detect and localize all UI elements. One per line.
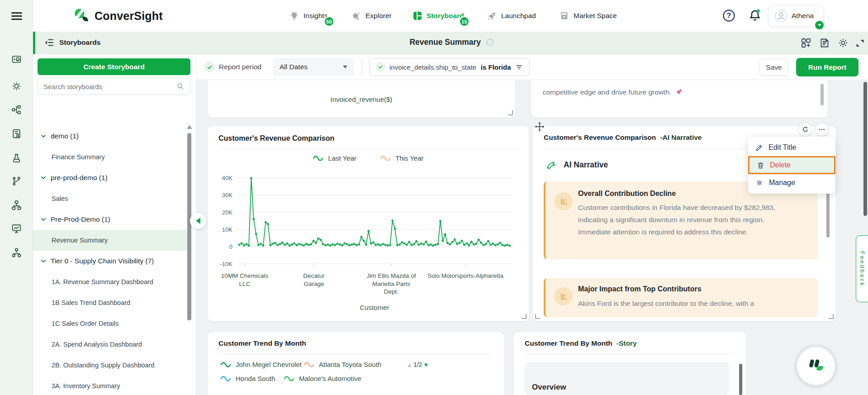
filter-chip-check-icon xyxy=(376,62,385,71)
report-period-value: All Dates xyxy=(280,63,308,71)
collapse-left-icon xyxy=(196,218,200,224)
invoiced-revenue-label: Invoiced_revenue($) xyxy=(208,95,515,103)
tree-group-tier0[interactable]: Tier 0 - Supply Chain Visibility (7) xyxy=(33,251,190,271)
drag-handle-icon[interactable] xyxy=(535,122,545,132)
widget-customer-trend-story[interactable]: Customer Trend By Month -Story Overview xyxy=(514,332,746,395)
narrative-peek-text: competitive edge and drive future growth… xyxy=(543,88,683,96)
page-down-icon[interactable]: ▼ xyxy=(423,362,429,368)
svg-text:-10K: -10K xyxy=(220,261,233,267)
filter-chip[interactable]: invoice_details.ship_to_state is Florida xyxy=(369,58,530,76)
search-box xyxy=(38,78,190,95)
insight-chart-icon xyxy=(560,292,568,301)
tree-item-2b-outstanding-supply[interactable]: 2B. Outstanding Supply Dashboard xyxy=(33,355,190,376)
legend-honda-south[interactable]: Honda South xyxy=(220,375,275,382)
add-widget-icon[interactable] xyxy=(801,38,811,48)
report-period-dropdown[interactable]: All Dates xyxy=(273,58,354,76)
menu-item-manage[interactable]: Manage xyxy=(748,174,835,191)
explorer-search-icon xyxy=(351,11,361,21)
story-scrollbar[interactable] xyxy=(739,364,742,395)
widget-invoiced-revenue[interactable]: Invoiced_revenue($) xyxy=(208,80,515,118)
lab-flask-icon[interactable] xyxy=(11,152,22,164)
page-title: Revenue Summary xyxy=(409,38,481,47)
notifications-bell-icon[interactable] xyxy=(748,8,762,23)
tree-item-3a-inventory-summary[interactable]: 3A. Inventory Summary xyxy=(33,376,190,395)
market-space-store-icon xyxy=(559,11,569,21)
create-storyboard-button[interactable]: Create Storyboard xyxy=(38,58,190,75)
help-icon[interactable]: ? xyxy=(722,9,736,23)
feedback-board-icon[interactable] xyxy=(11,54,22,65)
page-scrollbar[interactable] xyxy=(863,82,867,216)
storyboard-badge: 15 xyxy=(459,16,470,27)
nav-item-launchpad[interactable]: Launchpad xyxy=(487,0,536,32)
ai-narrative-icon xyxy=(545,159,557,171)
tree-item-1c-sales-order[interactable]: 1C Sales Order Details xyxy=(33,313,190,334)
settings-gear-icon[interactable] xyxy=(11,81,22,92)
revenue-comparison-chart[interactable]: 40K30K20K10K0-10K xyxy=(214,168,522,273)
widget-narrative-peek[interactable]: competitive edge and drive future growth… xyxy=(531,80,828,118)
notes-icon[interactable] xyxy=(819,38,830,48)
svg-text:0: 0 xyxy=(229,243,232,250)
presentation-chart-icon[interactable] xyxy=(11,223,22,234)
git-branch-icon[interactable] xyxy=(11,176,22,187)
workflow-nodes-icon[interactable] xyxy=(11,104,22,115)
widget-customer-trend[interactable]: Customer Trend By Month John Megel Chevr… xyxy=(208,332,504,395)
tree-group-demo[interactable]: demo (1) xyxy=(33,126,190,147)
tree-item-1b-sales-trend[interactable]: 1B Sales Trend Dashboard xyxy=(33,292,190,313)
filter-chip-condition: is Florida xyxy=(481,63,511,71)
page-up-icon[interactable]: ▲ xyxy=(407,362,413,368)
filter-chip-field: invoice_details.ship_to_state xyxy=(389,63,476,71)
search-input[interactable] xyxy=(43,83,176,90)
tree-group-pre-prod-demo-2[interactable]: Pre-Prod-Demo (1) xyxy=(33,209,190,230)
widget-revenue-comparison[interactable]: Customer's Revenue Comparison Last Year … xyxy=(208,126,529,321)
insights-badge: 50 xyxy=(324,16,334,27)
app-logo-text: ConverSight xyxy=(95,10,163,23)
nav-item-storyboard[interactable]: Storyboard 15 xyxy=(413,0,464,32)
app-logo[interactable]: ConverSight xyxy=(73,7,163,24)
hierarchy-icon[interactable] xyxy=(11,247,22,258)
tree-item-sales[interactable]: Sales xyxy=(33,188,190,209)
user-name: Athena xyxy=(792,12,814,20)
tree-group-pre-prod-demo[interactable]: pre-prod-demo (1) xyxy=(33,167,190,188)
hamburger-menu-icon[interactable] xyxy=(11,12,22,20)
insight-chart-icon xyxy=(560,197,568,206)
legend-last-year[interactable]: Last Year xyxy=(313,154,356,162)
tree-item-revenue-summary-selected[interactable]: Revenue Summary xyxy=(33,230,190,251)
info-icon[interactable]: i xyxy=(486,38,494,46)
nav-item-insights[interactable]: Insights 50 xyxy=(289,0,327,32)
svg-text:i: i xyxy=(489,40,491,45)
legend-this-year[interactable]: This Year xyxy=(380,154,424,162)
narrative-peek-scrollbar[interactable] xyxy=(821,84,824,105)
sidebar-collapse-handle[interactable] xyxy=(190,213,206,229)
tree-scroll-up-icon[interactable] xyxy=(187,125,192,129)
feedback-tab[interactable]: Feedback xyxy=(856,235,868,302)
legend-malones-automotive[interactable]: Malone's Automotive xyxy=(284,375,361,382)
run-report-button[interactable]: Run Report xyxy=(796,58,859,76)
legend-atlanta-toyota[interactable]: Atlanta Toyota South xyxy=(304,361,381,368)
svg-text:10K: 10K xyxy=(222,226,232,233)
tree-item-2a-spend-analysis[interactable]: 2A. Spend Analysis Dashboard xyxy=(33,334,190,355)
tree-item-finance-summary[interactable]: Finance Summary xyxy=(33,147,190,167)
report-person-icon[interactable] xyxy=(11,128,22,139)
legend-john-megel[interactable]: John Megel Chevrolet xyxy=(220,361,302,368)
menu-item-delete[interactable]: Delete xyxy=(748,156,835,174)
refresh-icon xyxy=(802,126,809,133)
search-icon[interactable] xyxy=(176,82,185,90)
expand-icon[interactable] xyxy=(855,38,865,48)
nav-label-market-space: Market Space xyxy=(574,12,617,20)
refresh-button[interactable] xyxy=(799,123,811,136)
sitemap-icon[interactable] xyxy=(11,200,22,211)
tree-item-1a-revenue-summary[interactable]: 1A. Revenue Summary Dashboard xyxy=(33,271,190,292)
gear-icon xyxy=(755,179,764,187)
report-period-check-icon[interactable] xyxy=(204,62,214,72)
nav-item-explorer[interactable]: Explorer xyxy=(351,0,392,32)
save-button[interactable]: Save xyxy=(759,59,789,76)
more-options-button[interactable] xyxy=(816,123,828,136)
settings-icon[interactable] xyxy=(838,38,849,48)
nav-item-market-space[interactable]: Market Space xyxy=(559,0,617,32)
insight-icon-circle xyxy=(555,192,573,210)
menu-item-edit-title[interactable]: Edit Title xyxy=(748,139,835,156)
chart-legend: Last Year This Year xyxy=(208,154,529,162)
tree-scrollbar[interactable] xyxy=(187,133,191,320)
user-menu[interactable]: Athena xyxy=(768,5,824,27)
athena-chat-button[interactable] xyxy=(797,347,835,385)
